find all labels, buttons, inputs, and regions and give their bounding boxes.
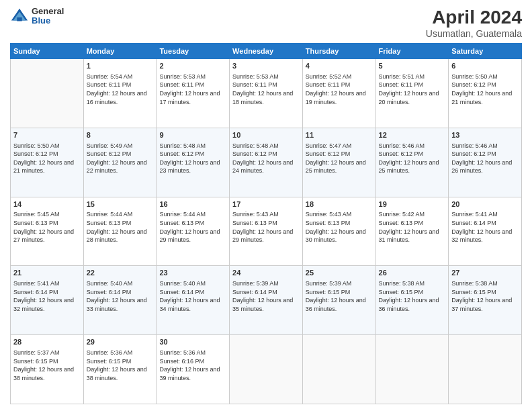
- calendar-cell: 11Sunrise: 5:47 AMSunset: 6:12 PMDayligh…: [302, 128, 375, 197]
- day-info: Sunrise: 5:43 AMSunset: 6:13 PMDaylight:…: [232, 210, 300, 244]
- day-number: 10: [232, 130, 300, 140]
- calendar-header-sunday: Sunday: [11, 44, 84, 59]
- day-number: 23: [159, 268, 226, 278]
- calendar-header-tuesday: Tuesday: [157, 44, 230, 59]
- day-info: Sunrise: 5:44 AMSunset: 6:13 PMDaylight:…: [159, 210, 226, 244]
- day-info: Sunrise: 5:45 AMSunset: 6:13 PMDaylight:…: [13, 210, 81, 244]
- calendar-cell: 4Sunrise: 5:52 AMSunset: 6:11 PMDaylight…: [302, 59, 375, 128]
- calendar-header-friday: Friday: [375, 44, 449, 59]
- calendar-cell: 14Sunrise: 5:45 AMSunset: 6:13 PMDayligh…: [11, 197, 84, 266]
- calendar-cell: 17Sunrise: 5:43 AMSunset: 6:13 PMDayligh…: [230, 197, 303, 266]
- calendar-row: 28Sunrise: 5:37 AMSunset: 6:15 PMDayligh…: [11, 335, 522, 404]
- calendar-cell: 15Sunrise: 5:44 AMSunset: 6:13 PMDayligh…: [83, 197, 157, 266]
- day-info: Sunrise: 5:48 AMSunset: 6:12 PMDaylight:…: [159, 142, 226, 175]
- calendar-cell: [375, 335, 449, 404]
- calendar-cell: 10Sunrise: 5:48 AMSunset: 6:12 PMDayligh…: [230, 128, 303, 197]
- calendar-cell: 18Sunrise: 5:43 AMSunset: 6:13 PMDayligh…: [302, 197, 375, 266]
- day-info: Sunrise: 5:51 AMSunset: 6:11 PMDaylight:…: [379, 73, 446, 106]
- calendar-header-saturday: Saturday: [449, 44, 522, 59]
- day-info: Sunrise: 5:49 AMSunset: 6:12 PMDaylight:…: [87, 142, 154, 175]
- day-info: Sunrise: 5:53 AMSunset: 6:11 PMDaylight:…: [159, 73, 226, 106]
- day-info: Sunrise: 5:43 AMSunset: 6:13 PMDaylight:…: [306, 210, 373, 244]
- calendar-cell: 23Sunrise: 5:40 AMSunset: 6:14 PMDayligh…: [157, 266, 230, 335]
- calendar-header-wednesday: Wednesday: [230, 44, 303, 59]
- day-info: Sunrise: 5:42 AMSunset: 6:13 PMDaylight:…: [379, 210, 446, 244]
- calendar-cell: 29Sunrise: 5:36 AMSunset: 6:15 PMDayligh…: [83, 335, 157, 404]
- day-number: 21: [13, 268, 81, 278]
- day-info: Sunrise: 5:54 AMSunset: 6:11 PMDaylight:…: [87, 73, 154, 106]
- calendar-row: 7Sunrise: 5:50 AMSunset: 6:12 PMDaylight…: [11, 128, 522, 197]
- day-number: 17: [232, 199, 300, 210]
- day-number: 6: [451, 61, 519, 71]
- calendar-cell: 28Sunrise: 5:37 AMSunset: 6:15 PMDayligh…: [11, 335, 84, 404]
- day-number: 26: [379, 268, 446, 278]
- calendar-header-row: SundayMondayTuesdayWednesdayThursdayFrid…: [11, 44, 522, 59]
- day-info: Sunrise: 5:46 AMSunset: 6:12 PMDaylight:…: [451, 142, 519, 175]
- calendar-cell: 24Sunrise: 5:39 AMSunset: 6:14 PMDayligh…: [230, 266, 303, 335]
- calendar-cell: 7Sunrise: 5:50 AMSunset: 6:12 PMDaylight…: [11, 128, 84, 197]
- logo-general-text: General: [32, 7, 64, 16]
- calendar-cell: 12Sunrise: 5:46 AMSunset: 6:12 PMDayligh…: [375, 128, 449, 197]
- day-number: 3: [232, 61, 300, 71]
- calendar-cell: 1Sunrise: 5:54 AMSunset: 6:11 PMDaylight…: [83, 59, 157, 128]
- calendar-cell: [230, 335, 303, 404]
- day-number: 20: [451, 199, 519, 210]
- day-info: Sunrise: 5:37 AMSunset: 6:15 PMDaylight:…: [13, 349, 81, 382]
- day-number: 13: [451, 130, 519, 140]
- logo-blue-text: Blue: [32, 16, 64, 26]
- day-number: 22: [87, 268, 154, 278]
- calendar-header-thursday: Thursday: [302, 44, 375, 59]
- main-title: April 2024: [426, 7, 522, 28]
- calendar-cell: 25Sunrise: 5:39 AMSunset: 6:15 PMDayligh…: [302, 266, 375, 335]
- day-number: 5: [379, 61, 446, 71]
- day-number: 14: [13, 199, 81, 210]
- logo-icon: [10, 7, 29, 26]
- page: General Blue April 2024 Usumatlan, Guate…: [0, 0, 532, 411]
- day-info: Sunrise: 5:50 AMSunset: 6:12 PMDaylight:…: [451, 73, 519, 106]
- day-info: Sunrise: 5:50 AMSunset: 6:12 PMDaylight:…: [13, 142, 81, 175]
- day-number: 12: [379, 130, 446, 140]
- day-info: Sunrise: 5:40 AMSunset: 6:14 PMDaylight:…: [159, 279, 226, 313]
- day-info: Sunrise: 5:39 AMSunset: 6:14 PMDaylight:…: [232, 279, 300, 313]
- day-info: Sunrise: 5:36 AMSunset: 6:15 PMDaylight:…: [87, 349, 154, 382]
- day-info: Sunrise: 5:52 AMSunset: 6:11 PMDaylight:…: [306, 73, 373, 106]
- day-info: Sunrise: 5:38 AMSunset: 6:15 PMDaylight:…: [379, 279, 446, 313]
- calendar-cell: 19Sunrise: 5:42 AMSunset: 6:13 PMDayligh…: [375, 197, 449, 266]
- day-number: 24: [232, 268, 300, 278]
- day-number: 28: [13, 337, 81, 347]
- day-info: Sunrise: 5:44 AMSunset: 6:13 PMDaylight:…: [87, 210, 154, 244]
- day-number: 11: [306, 130, 373, 140]
- calendar-row: 1Sunrise: 5:54 AMSunset: 6:11 PMDaylight…: [11, 59, 522, 128]
- day-number: 8: [87, 130, 154, 140]
- day-info: Sunrise: 5:46 AMSunset: 6:12 PMDaylight:…: [379, 142, 446, 175]
- calendar-cell: 13Sunrise: 5:46 AMSunset: 6:12 PMDayligh…: [449, 128, 522, 197]
- day-number: 4: [306, 61, 373, 71]
- calendar-cell: 16Sunrise: 5:44 AMSunset: 6:13 PMDayligh…: [157, 197, 230, 266]
- day-number: 1: [87, 61, 154, 71]
- calendar-cell: 26Sunrise: 5:38 AMSunset: 6:15 PMDayligh…: [375, 266, 449, 335]
- day-number: 29: [87, 337, 154, 347]
- calendar-table: SundayMondayTuesdayWednesdayThursdayFrid…: [10, 43, 522, 404]
- calendar-cell: 6Sunrise: 5:50 AMSunset: 6:12 PMDaylight…: [449, 59, 522, 128]
- day-number: 7: [13, 130, 81, 140]
- svg-rect-2: [17, 17, 21, 21]
- day-info: Sunrise: 5:53 AMSunset: 6:11 PMDaylight:…: [232, 73, 300, 106]
- calendar-cell: 3Sunrise: 5:53 AMSunset: 6:11 PMDaylight…: [230, 59, 303, 128]
- header: General Blue April 2024 Usumatlan, Guate…: [10, 7, 522, 39]
- day-info: Sunrise: 5:39 AMSunset: 6:15 PMDaylight:…: [306, 279, 373, 313]
- calendar-cell: 9Sunrise: 5:48 AMSunset: 6:12 PMDaylight…: [157, 128, 230, 197]
- day-info: Sunrise: 5:40 AMSunset: 6:14 PMDaylight:…: [87, 279, 154, 313]
- day-number: 15: [87, 199, 154, 210]
- subtitle: Usumatlan, Guatemala: [426, 28, 522, 39]
- calendar-cell: 22Sunrise: 5:40 AMSunset: 6:14 PMDayligh…: [83, 266, 157, 335]
- calendar-cell: [11, 59, 84, 128]
- day-info: Sunrise: 5:36 AMSunset: 6:16 PMDaylight:…: [159, 349, 226, 382]
- logo-text: General Blue: [32, 7, 64, 26]
- day-info: Sunrise: 5:48 AMSunset: 6:12 PMDaylight:…: [232, 142, 300, 175]
- calendar-cell: 5Sunrise: 5:51 AMSunset: 6:11 PMDaylight…: [375, 59, 449, 128]
- day-number: 18: [306, 199, 373, 210]
- day-info: Sunrise: 5:41 AMSunset: 6:14 PMDaylight:…: [13, 279, 81, 313]
- day-info: Sunrise: 5:38 AMSunset: 6:15 PMDaylight:…: [451, 279, 519, 313]
- day-number: 19: [379, 199, 446, 210]
- day-number: 30: [159, 337, 226, 347]
